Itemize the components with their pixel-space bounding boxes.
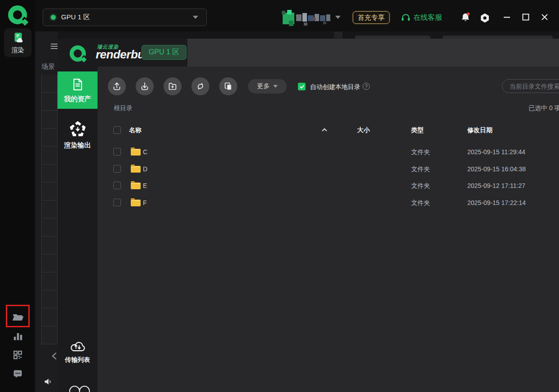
file-modified: 2025-09-15 11:29:44 xyxy=(467,148,525,156)
nav-label: 我的资产 xyxy=(64,95,91,103)
column-header-modified[interactable]: 修改日期 xyxy=(467,126,492,134)
logo-mark xyxy=(8,5,27,24)
speaker-icon[interactable] xyxy=(43,377,53,386)
dialog-header-right xyxy=(187,39,559,67)
background-table-row xyxy=(41,200,58,218)
file-modified: 2025-09-12 17:11:27 xyxy=(467,182,525,189)
background-table-row xyxy=(41,254,58,272)
qr-code-icon[interactable] xyxy=(12,349,23,361)
nav-label: 渲染输出 xyxy=(64,141,91,150)
file-type: 文件夹 xyxy=(411,165,430,174)
background-table-row xyxy=(41,272,58,290)
avatar[interactable] xyxy=(282,10,332,26)
more-label: 更多 xyxy=(257,82,270,90)
background-table-row xyxy=(41,236,58,254)
scene-label: 场景 xyxy=(41,62,55,71)
background-table-row xyxy=(41,308,58,326)
collapse-icon[interactable] xyxy=(51,352,58,360)
nav-item-my-assets[interactable]: 我的资产 xyxy=(58,71,98,109)
app-window: 场景 瑞云渲染 renderbus GPU 1 区 我的资产 xyxy=(0,0,559,392)
dropdown-caret-icon xyxy=(193,16,198,19)
background-tab-bar xyxy=(35,31,559,39)
file-name[interactable]: F xyxy=(143,199,147,206)
file-type: 文件夹 xyxy=(411,148,430,156)
customer-service-button[interactable]: 在线客服 xyxy=(400,12,442,23)
file-type: 文件夹 xyxy=(411,199,430,207)
folder-icon xyxy=(131,149,141,156)
region-select[interactable]: GPU 1 区 xyxy=(43,9,207,26)
row-checkbox[interactable] xyxy=(113,199,121,206)
region-badge: GPU 1 区 xyxy=(142,45,186,60)
avatar-caret-icon[interactable] xyxy=(335,16,341,19)
sort-asc-icon[interactable] xyxy=(321,127,328,133)
first-charge-badge[interactable]: 首充专享 xyxy=(353,11,390,24)
bar-chart-icon[interactable] xyxy=(12,331,24,342)
folder-icon xyxy=(131,166,141,173)
dialog-content xyxy=(98,67,559,392)
chat-icon[interactable] xyxy=(12,369,23,379)
selection-status: 已选中 0 项 xyxy=(528,104,559,112)
document-icon xyxy=(70,77,85,92)
row-checkbox[interactable] xyxy=(113,148,121,156)
breadcrumb[interactable]: 根目录 xyxy=(114,104,133,112)
background-table-row xyxy=(41,111,58,129)
status-dot-icon xyxy=(51,15,56,20)
background-tab xyxy=(355,36,430,39)
nav-item-render-output[interactable]: 渲染输出 xyxy=(58,120,98,150)
folder-icon xyxy=(131,183,141,189)
minimize-button[interactable] xyxy=(503,13,511,21)
file-name[interactable]: E xyxy=(143,182,147,189)
download-button[interactable] xyxy=(136,77,154,95)
render-doc-icon xyxy=(11,31,25,45)
sync-button[interactable] xyxy=(191,77,209,95)
background-tab xyxy=(443,36,553,39)
background-table-row xyxy=(41,147,58,165)
maximize-button[interactable] xyxy=(522,13,530,21)
title-bar: GPU 1 区 首充专享 在线客服 xyxy=(0,0,559,31)
cloud-transfer-icon xyxy=(69,338,87,353)
background-table-row xyxy=(41,75,58,93)
folder-icon xyxy=(131,200,141,206)
close-button[interactable] xyxy=(541,13,549,21)
nav-item-transfer-list[interactable]: 传输列表 xyxy=(58,338,98,364)
nut-gear-icon[interactable] xyxy=(479,12,491,24)
nav-label: 传输列表 xyxy=(65,356,90,364)
background-table-row xyxy=(41,129,58,147)
background-table-row xyxy=(41,183,58,200)
sidebar-item-render[interactable]: 渲染 xyxy=(4,28,31,57)
column-header-name[interactable]: 名称 xyxy=(129,126,142,134)
help-icon[interactable]: ? xyxy=(363,83,370,90)
open-folder-icon[interactable] xyxy=(11,311,25,322)
help-mark: ? xyxy=(365,84,368,89)
row-checkbox[interactable] xyxy=(113,182,121,189)
region-value: GPU 1 区 xyxy=(61,13,90,22)
headset-icon xyxy=(400,12,411,23)
upload-button[interactable] xyxy=(108,77,126,95)
bell-icon[interactable] xyxy=(460,12,471,23)
column-header-type[interactable]: 类型 xyxy=(411,126,424,134)
render-label: 渲染 xyxy=(12,46,24,54)
background-table-row xyxy=(41,165,58,183)
new-folder-button[interactable] xyxy=(164,77,182,95)
more-button[interactable]: 更多 xyxy=(248,79,287,94)
row-checkbox[interactable] xyxy=(113,165,121,173)
file-modified: 2025-09-15 17:22:14 xyxy=(467,199,526,206)
file-name[interactable]: C xyxy=(143,148,147,156)
background-table-row xyxy=(41,93,58,111)
render-output-icon xyxy=(69,120,87,138)
background-table-row xyxy=(41,326,58,344)
first-charge-label: 首充专享 xyxy=(358,13,385,22)
file-name[interactable]: D xyxy=(143,165,147,173)
file-modified: 2025-09-15 16:04:38 xyxy=(467,165,526,173)
search-input[interactable] xyxy=(502,79,559,93)
auto-create-checkbox[interactable] xyxy=(298,83,306,90)
file-type: 文件夹 xyxy=(411,182,430,190)
auto-create-label: 自动创建本地目录 xyxy=(310,83,360,91)
background-table-row xyxy=(41,290,58,308)
app-sidebar: 渲染 xyxy=(0,0,35,392)
select-all-checkbox[interactable] xyxy=(113,126,121,134)
background-table-row xyxy=(41,218,58,236)
column-header-size[interactable]: 大小 xyxy=(357,126,370,134)
logo-mark xyxy=(70,45,86,62)
copy-button[interactable] xyxy=(219,77,237,95)
